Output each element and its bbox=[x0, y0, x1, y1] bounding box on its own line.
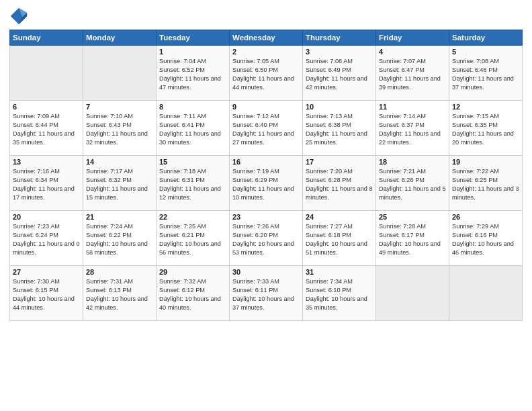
day-cell: 9Sunrise: 7:12 AM Sunset: 6:40 PM Daylig… bbox=[230, 101, 303, 156]
day-number: 3 bbox=[306, 48, 373, 56]
day-cell bbox=[376, 266, 449, 321]
day-number: 21 bbox=[86, 213, 153, 221]
day-cell: 1Sunrise: 7:04 AM Sunset: 6:52 PM Daylig… bbox=[157, 46, 230, 101]
day-info: Sunrise: 7:30 AM Sunset: 6:15 PM Dayligh… bbox=[13, 277, 80, 312]
day-cell: 16Sunrise: 7:19 AM Sunset: 6:29 PM Dayli… bbox=[230, 156, 303, 211]
day-number: 31 bbox=[306, 268, 373, 276]
day-cell: 7Sunrise: 7:10 AM Sunset: 6:43 PM Daylig… bbox=[83, 101, 157, 156]
day-header-friday: Friday bbox=[376, 30, 449, 46]
day-info: Sunrise: 7:20 AM Sunset: 6:28 PM Dayligh… bbox=[306, 167, 373, 202]
day-number: 8 bbox=[159, 103, 226, 111]
week-row-4: 20Sunrise: 7:23 AM Sunset: 6:24 PM Dayli… bbox=[10, 211, 523, 266]
day-cell: 22Sunrise: 7:25 AM Sunset: 6:21 PM Dayli… bbox=[157, 211, 230, 266]
day-cell: 20Sunrise: 7:23 AM Sunset: 6:24 PM Dayli… bbox=[10, 211, 83, 266]
day-number: 15 bbox=[159, 158, 226, 166]
day-number: 22 bbox=[159, 213, 226, 221]
day-cell: 14Sunrise: 7:17 AM Sunset: 6:32 PM Dayli… bbox=[83, 156, 157, 211]
day-info: Sunrise: 7:29 AM Sunset: 6:16 PM Dayligh… bbox=[452, 222, 519, 257]
day-info: Sunrise: 7:24 AM Sunset: 6:22 PM Dayligh… bbox=[86, 222, 153, 257]
day-number: 7 bbox=[86, 103, 153, 111]
day-info: Sunrise: 7:11 AM Sunset: 6:41 PM Dayligh… bbox=[159, 112, 226, 147]
calendar-table: SundayMondayTuesdayWednesdayThursdayFrid… bbox=[9, 30, 523, 321]
day-number: 18 bbox=[379, 158, 446, 166]
day-number: 27 bbox=[13, 268, 80, 276]
day-header-monday: Monday bbox=[83, 30, 157, 46]
day-info: Sunrise: 7:25 AM Sunset: 6:21 PM Dayligh… bbox=[159, 222, 226, 257]
day-info: Sunrise: 7:31 AM Sunset: 6:13 PM Dayligh… bbox=[86, 277, 153, 312]
day-info: Sunrise: 7:21 AM Sunset: 6:26 PM Dayligh… bbox=[379, 167, 446, 202]
day-number: 29 bbox=[159, 268, 226, 276]
day-info: Sunrise: 7:10 AM Sunset: 6:43 PM Dayligh… bbox=[86, 112, 153, 147]
day-header-sunday: Sunday bbox=[10, 30, 83, 46]
day-number: 2 bbox=[232, 48, 300, 56]
day-cell: 3Sunrise: 7:06 AM Sunset: 6:49 PM Daylig… bbox=[303, 46, 376, 101]
day-cell: 31Sunrise: 7:34 AM Sunset: 6:10 PM Dayli… bbox=[303, 266, 376, 321]
day-info: Sunrise: 7:08 AM Sunset: 6:46 PM Dayligh… bbox=[452, 57, 519, 92]
day-cell: 27Sunrise: 7:30 AM Sunset: 6:15 PM Dayli… bbox=[10, 266, 83, 321]
day-number: 13 bbox=[13, 158, 80, 166]
day-info: Sunrise: 7:33 AM Sunset: 6:11 PM Dayligh… bbox=[232, 277, 300, 312]
day-cell bbox=[83, 46, 157, 101]
day-info: Sunrise: 7:17 AM Sunset: 6:32 PM Dayligh… bbox=[86, 167, 153, 202]
day-number: 25 bbox=[379, 213, 446, 221]
day-info: Sunrise: 7:18 AM Sunset: 6:31 PM Dayligh… bbox=[159, 167, 226, 202]
day-cell: 29Sunrise: 7:32 AM Sunset: 6:12 PM Dayli… bbox=[157, 266, 230, 321]
day-number: 19 bbox=[452, 158, 519, 166]
day-info: Sunrise: 7:28 AM Sunset: 6:17 PM Dayligh… bbox=[379, 222, 446, 257]
day-info: Sunrise: 7:09 AM Sunset: 6:44 PM Dayligh… bbox=[13, 112, 80, 147]
day-number: 24 bbox=[306, 213, 373, 221]
page: SundayMondayTuesdayWednesdayThursdayFrid… bbox=[0, 0, 532, 411]
day-number: 6 bbox=[13, 103, 80, 111]
day-cell: 26Sunrise: 7:29 AM Sunset: 6:16 PM Dayli… bbox=[449, 211, 523, 266]
day-header-wednesday: Wednesday bbox=[230, 30, 303, 46]
day-cell: 30Sunrise: 7:33 AM Sunset: 6:11 PM Dayli… bbox=[230, 266, 303, 321]
day-info: Sunrise: 7:07 AM Sunset: 6:47 PM Dayligh… bbox=[379, 57, 446, 92]
day-number: 9 bbox=[232, 103, 300, 111]
day-cell: 15Sunrise: 7:18 AM Sunset: 6:31 PM Dayli… bbox=[157, 156, 230, 211]
day-info: Sunrise: 7:15 AM Sunset: 6:35 PM Dayligh… bbox=[452, 112, 519, 147]
day-header-saturday: Saturday bbox=[449, 30, 523, 46]
header bbox=[9, 7, 523, 26]
day-number: 17 bbox=[306, 158, 373, 166]
day-cell: 10Sunrise: 7:13 AM Sunset: 6:38 PM Dayli… bbox=[303, 101, 376, 156]
day-info: Sunrise: 7:22 AM Sunset: 6:25 PM Dayligh… bbox=[452, 167, 519, 202]
day-cell bbox=[449, 266, 523, 321]
day-cell: 12Sunrise: 7:15 AM Sunset: 6:35 PM Dayli… bbox=[449, 101, 523, 156]
day-info: Sunrise: 7:27 AM Sunset: 6:18 PM Dayligh… bbox=[306, 222, 373, 257]
week-row-5: 27Sunrise: 7:30 AM Sunset: 6:15 PM Dayli… bbox=[10, 266, 523, 321]
day-cell: 18Sunrise: 7:21 AM Sunset: 6:26 PM Dayli… bbox=[376, 156, 449, 211]
week-row-3: 13Sunrise: 7:16 AM Sunset: 6:34 PM Dayli… bbox=[10, 156, 523, 211]
day-number: 11 bbox=[379, 103, 446, 111]
day-cell: 17Sunrise: 7:20 AM Sunset: 6:28 PM Dayli… bbox=[303, 156, 376, 211]
day-cell: 8Sunrise: 7:11 AM Sunset: 6:41 PM Daylig… bbox=[157, 101, 230, 156]
day-number: 14 bbox=[86, 158, 153, 166]
day-cell: 6Sunrise: 7:09 AM Sunset: 6:44 PM Daylig… bbox=[10, 101, 83, 156]
day-info: Sunrise: 7:34 AM Sunset: 6:10 PM Dayligh… bbox=[306, 277, 373, 312]
day-info: Sunrise: 7:14 AM Sunset: 6:37 PM Dayligh… bbox=[379, 112, 446, 147]
day-info: Sunrise: 7:12 AM Sunset: 6:40 PM Dayligh… bbox=[232, 112, 300, 147]
day-info: Sunrise: 7:05 AM Sunset: 6:50 PM Dayligh… bbox=[232, 57, 300, 92]
day-header-tuesday: Tuesday bbox=[157, 30, 230, 46]
day-cell: 5Sunrise: 7:08 AM Sunset: 6:46 PM Daylig… bbox=[449, 46, 523, 101]
day-info: Sunrise: 7:19 AM Sunset: 6:29 PM Dayligh… bbox=[232, 167, 300, 202]
day-number: 12 bbox=[452, 103, 519, 111]
day-cell: 19Sunrise: 7:22 AM Sunset: 6:25 PM Dayli… bbox=[449, 156, 523, 211]
day-info: Sunrise: 7:32 AM Sunset: 6:12 PM Dayligh… bbox=[159, 277, 226, 312]
week-row-2: 6Sunrise: 7:09 AM Sunset: 6:44 PM Daylig… bbox=[10, 101, 523, 156]
day-info: Sunrise: 7:13 AM Sunset: 6:38 PM Dayligh… bbox=[306, 112, 373, 147]
day-cell: 11Sunrise: 7:14 AM Sunset: 6:37 PM Dayli… bbox=[376, 101, 449, 156]
day-number: 26 bbox=[452, 213, 519, 221]
header-row: SundayMondayTuesdayWednesdayThursdayFrid… bbox=[10, 30, 523, 46]
day-cell: 25Sunrise: 7:28 AM Sunset: 6:17 PM Dayli… bbox=[376, 211, 449, 266]
day-cell: 4Sunrise: 7:07 AM Sunset: 6:47 PM Daylig… bbox=[376, 46, 449, 101]
day-number: 30 bbox=[232, 268, 300, 276]
day-number: 20 bbox=[13, 213, 80, 221]
day-cell: 23Sunrise: 7:26 AM Sunset: 6:20 PM Dayli… bbox=[230, 211, 303, 266]
day-info: Sunrise: 7:06 AM Sunset: 6:49 PM Dayligh… bbox=[306, 57, 373, 92]
day-number: 1 bbox=[159, 48, 226, 56]
day-info: Sunrise: 7:23 AM Sunset: 6:24 PM Dayligh… bbox=[13, 222, 80, 257]
day-cell: 21Sunrise: 7:24 AM Sunset: 6:22 PM Dayli… bbox=[83, 211, 157, 266]
day-number: 23 bbox=[232, 213, 300, 221]
day-cell: 2Sunrise: 7:05 AM Sunset: 6:50 PM Daylig… bbox=[230, 46, 303, 101]
day-info: Sunrise: 7:04 AM Sunset: 6:52 PM Dayligh… bbox=[159, 57, 226, 92]
